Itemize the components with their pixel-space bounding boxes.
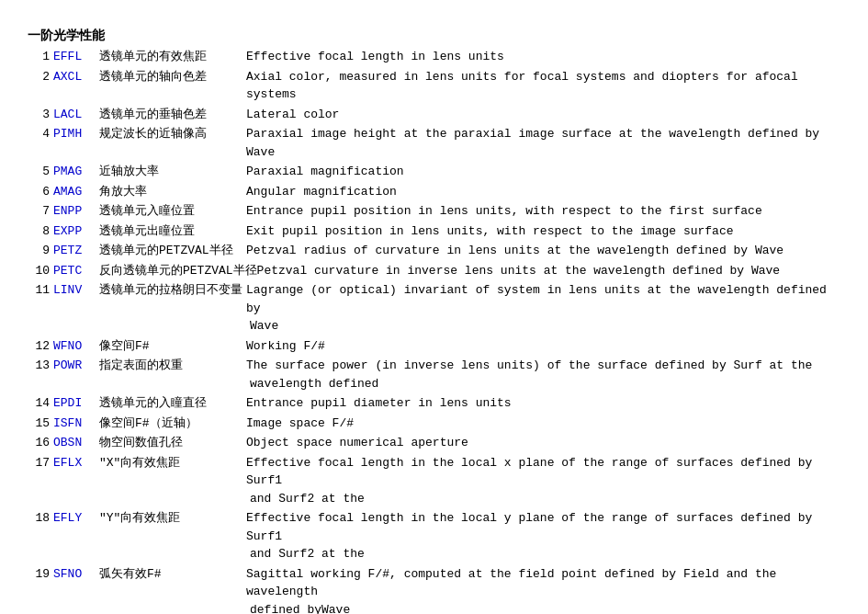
table-row: 10PETC反向透镜单元的PETZVAL半径Petzval curvature …: [28, 262, 840, 280]
entry-number: 2: [28, 68, 53, 104]
continuation-text: and Surf2 at the: [250, 545, 365, 563]
entry-code: ISFN: [53, 415, 99, 433]
entry-code: PETZ: [53, 242, 99, 260]
entry-chinese: 规定波长的近轴像高: [99, 125, 246, 161]
entry-number: 6: [28, 183, 53, 201]
entry-english: Exit pupil position in lens units, with …: [246, 222, 840, 241]
table-row: 9PETZ透镜单元的PETZVAL半径Petzval radius of cur…: [28, 242, 840, 260]
entry-code: EFLY: [53, 509, 99, 545]
table-row: 11LINV透镜单元的拉格朗日不变量Lagrange (or optical) …: [28, 281, 840, 335]
table-row: 7ENPP透镜单元入瞳位置Entrance pupil position in …: [28, 202, 840, 221]
table-row: 19SFNO弧矢有效F#Sagittal working F/#, comput…: [28, 565, 840, 615]
entry-english: Petzval curvature in inverse lens units …: [257, 262, 840, 280]
entry-code: LACL: [53, 106, 99, 124]
entry-number: 16: [28, 434, 53, 452]
continuation-text: and Surf2 at the: [250, 490, 365, 508]
entry-number: 13: [28, 357, 53, 375]
entry-english: Axial color, measured in lens units for …: [246, 68, 840, 104]
entry-code: OBSN: [53, 434, 99, 452]
continuation-indent: [28, 317, 250, 335]
table-row: 14EPDI透镜单元的入瞳直径Entrance pupil diameter i…: [28, 394, 840, 413]
entry-number: 19: [28, 565, 53, 601]
entry-english: Image space F/#: [246, 415, 840, 433]
continuation-indent: [28, 490, 250, 508]
table-row: 1EFFL透镜单元的有效焦距Effective focal length in …: [28, 48, 840, 66]
entry-chinese: 角放大率: [99, 183, 246, 201]
entry-number: 5: [28, 163, 53, 181]
entry-number: 11: [28, 281, 53, 317]
entry-english: Effective focal length in lens units: [246, 48, 840, 66]
entry-number: 14: [28, 394, 53, 413]
entry-code: AXCL: [53, 68, 99, 104]
entry-code: LINV: [53, 281, 99, 317]
entry-number: 8: [28, 222, 53, 241]
entry-chinese: 透镜单元入瞳位置: [99, 202, 246, 221]
entry-chinese: 指定表面的权重: [99, 357, 246, 375]
entry-chinese: 近轴放大率: [99, 163, 246, 181]
entry-number: 9: [28, 242, 53, 260]
entry-code: WFNO: [53, 337, 99, 356]
entry-chinese: 透镜单元的拉格朗日不变量: [99, 281, 246, 317]
continuation-text: defined byWave: [250, 601, 350, 615]
entry-english: Paraxial magnification: [246, 163, 840, 181]
entry-code: EFLX: [53, 454, 99, 490]
entry-number: 15: [28, 415, 53, 433]
entry-number: 3: [28, 106, 53, 124]
entry-chinese: 透镜单元的有效焦距: [99, 48, 246, 66]
continuation-indent: [28, 545, 250, 563]
entry-chinese: 透镜单元的PETZVAL半径: [99, 242, 246, 260]
entry-code: ENPP: [53, 202, 99, 221]
entry-number: 18: [28, 509, 53, 545]
table-row: 5PMAG近轴放大率Paraxial magnification: [28, 163, 840, 181]
continuation-text: Wave: [250, 317, 278, 335]
entry-english: Effective focal length in the local y pl…: [246, 509, 840, 545]
table-row: 2AXCL透镜单元的轴向色差Axial color, measured in l…: [28, 68, 840, 104]
entry-code: POWR: [53, 357, 99, 375]
entry-english: Sagittal working F/#, computed at the fi…: [246, 565, 840, 601]
table-row: 12WFNO像空间F#Working F/#: [28, 337, 840, 356]
entry-chinese: 透镜单元出瞳位置: [99, 222, 246, 241]
entry-chinese: 透镜单元的轴向色差: [99, 68, 246, 104]
entry-chinese: 像空间F#（近轴）: [99, 415, 246, 433]
entry-number: 1: [28, 48, 53, 66]
table-row: 15ISFN像空间F#（近轴）Image space F/#: [28, 415, 840, 433]
entry-english: Angular magnification: [246, 183, 840, 201]
table-row: 3LACL透镜单元的垂轴色差Lateral color: [28, 106, 840, 124]
entry-english: Lagrange (or optical) invariant of syste…: [246, 281, 840, 317]
entry-english: Effective focal length in the local x pl…: [246, 454, 840, 490]
entry-code: EFFL: [53, 48, 99, 66]
table-row: 13POWR指定表面的权重The surface power (in inver…: [28, 357, 840, 392]
entry-chinese: "Y"向有效焦距: [99, 509, 246, 545]
entry-number: 7: [28, 202, 53, 221]
main-content: 一阶光学性能1EFFL透镜单元的有效焦距Effective focal leng…: [28, 28, 840, 614]
table-row: 18EFLY"Y"向有效焦距Effective focal length in …: [28, 509, 840, 563]
entry-chinese: 像空间F#: [99, 337, 246, 356]
entry-english: Petzval radius of curvature in lens unit…: [246, 242, 840, 260]
continuation-text: wavelength defined: [250, 375, 378, 393]
entry-english: Object space numerical aperture: [246, 434, 840, 452]
entry-code: PMAG: [53, 163, 99, 181]
entry-code: EPDI: [53, 394, 99, 413]
entry-chinese: 物空间数值孔径: [99, 434, 246, 452]
entry-number: 4: [28, 125, 53, 161]
entry-code: AMAG: [53, 183, 99, 201]
entry-english: The surface power (in inverse lens units…: [246, 357, 840, 375]
entry-chinese: 透镜单元的垂轴色差: [99, 106, 246, 124]
entry-english: Entrance pupil diameter in lens units: [246, 394, 840, 413]
continuation-indent: [28, 375, 250, 393]
entry-english: Working F/#: [246, 337, 840, 356]
table-row: 17EFLX"X"向有效焦距Effective focal length in …: [28, 454, 840, 508]
entry-code: PETC: [53, 262, 99, 280]
entry-english: Paraxial image height at the paraxial im…: [246, 125, 840, 161]
entry-code: SFNO: [53, 565, 99, 601]
table-row: 6AMAG角放大率Angular magnification: [28, 183, 840, 201]
entry-number: 17: [28, 454, 53, 490]
section-header-first-order: 一阶光学性能: [28, 28, 840, 44]
entry-chinese: "X"向有效焦距: [99, 454, 246, 490]
entry-chinese: 透镜单元的入瞳直径: [99, 394, 246, 413]
entry-chinese: 弧矢有效F#: [99, 565, 246, 601]
table-row: 4PIMH规定波长的近轴像高Paraxial image height at t…: [28, 125, 840, 161]
entry-code: EXPP: [53, 222, 99, 241]
entry-english: Entrance pupil position in lens units, w…: [246, 202, 840, 221]
entry-english: Lateral color: [246, 106, 840, 124]
